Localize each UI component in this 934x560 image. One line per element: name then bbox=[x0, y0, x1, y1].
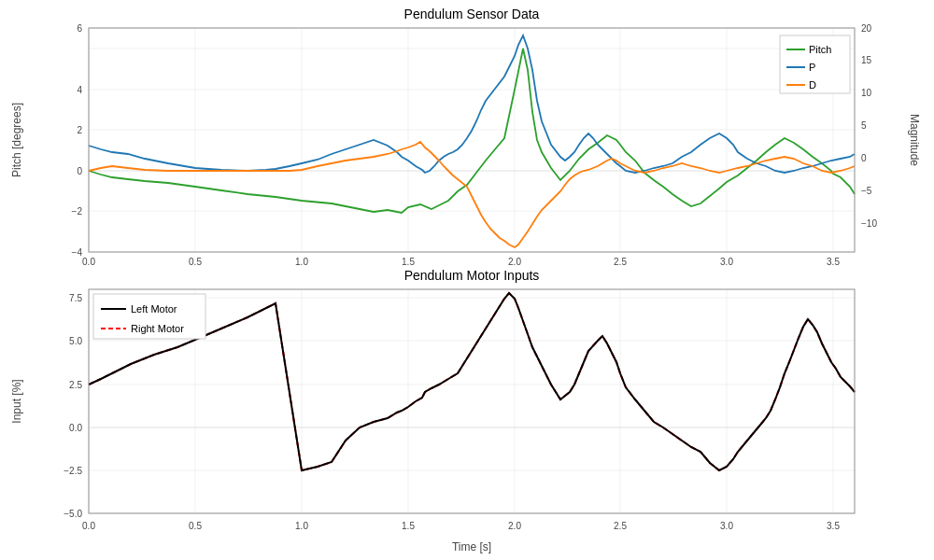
x-tick-2.0-bot: 2.0 bbox=[508, 521, 521, 531]
y-tick-7.5: 7.5 bbox=[69, 293, 82, 303]
x-tick-3.0-bot: 3.0 bbox=[720, 521, 733, 531]
y-left-tick-4: 4 bbox=[77, 85, 82, 95]
legend-p-label: P bbox=[809, 62, 815, 73]
y-tick-0.0: 0.0 bbox=[69, 423, 82, 433]
x-tick-2.5-bot: 2.5 bbox=[614, 521, 627, 531]
x-tick-0.0-bot: 0.0 bbox=[82, 521, 95, 531]
y-right-label: Magnitude bbox=[908, 114, 921, 166]
legend-left-motor-label: Left Motor bbox=[131, 303, 177, 315]
x-tick-3.5-top: 3.5 bbox=[827, 257, 840, 267]
top-chart-title: Pendulum Sensor Data bbox=[404, 7, 540, 21]
x-tick-0.5-bot: 0.5 bbox=[189, 521, 202, 531]
y-right-tick-10: 10 bbox=[861, 88, 872, 98]
y-left-tick-n4: −4 bbox=[72, 247, 83, 258]
y-tick-n5.0: −5.0 bbox=[64, 509, 82, 519]
y-right-tick-n10: −10 bbox=[861, 218, 877, 229]
chart-container: Pendulum Sensor Data 6 4 2 0 −2 −4 Pitch… bbox=[0, 0, 934, 560]
y-right-tick-15: 15 bbox=[861, 55, 872, 65]
y-left-tick-n2: −2 bbox=[72, 206, 83, 217]
legend-pitch-label: Pitch bbox=[809, 44, 831, 55]
bottom-chart-title: Pendulum Motor Inputs bbox=[404, 268, 540, 283]
legend-right-motor-label: Right Motor bbox=[131, 323, 184, 334]
x-tick-1.5-top: 1.5 bbox=[402, 257, 415, 267]
y-bottom-label: Input [%] bbox=[10, 379, 23, 423]
y-right-tick-0: 0 bbox=[861, 153, 867, 163]
y-left-tick-6: 6 bbox=[77, 23, 82, 34]
x-tick-2.5-top: 2.5 bbox=[614, 257, 627, 267]
y-left-label: Pitch [degrees] bbox=[10, 103, 23, 177]
y-tick-5.0: 5.0 bbox=[69, 336, 82, 346]
y-tick-n2.5: −2.5 bbox=[64, 466, 82, 476]
x-tick-1.0-top: 1.0 bbox=[295, 257, 308, 267]
y-right-tick-n5: −5 bbox=[861, 186, 872, 196]
x-tick-1.0-bot: 1.0 bbox=[295, 521, 308, 531]
y-tick-2.5: 2.5 bbox=[69, 380, 82, 390]
x-tick-0.0-top: 0.0 bbox=[82, 257, 95, 267]
svg-rect-1 bbox=[89, 28, 855, 252]
y-right-tick-20: 20 bbox=[861, 23, 872, 34]
x-tick-2.0-top: 2.0 bbox=[508, 257, 521, 267]
x-tick-1.5-bot: 1.5 bbox=[402, 521, 415, 531]
x-axis-label: Time [s] bbox=[452, 540, 491, 553]
y-left-tick-0: 0 bbox=[77, 166, 82, 176]
x-tick-0.5-top: 0.5 bbox=[189, 257, 202, 267]
y-left-tick-2: 2 bbox=[77, 125, 82, 135]
y-right-tick-5: 5 bbox=[861, 120, 867, 131]
x-tick-3.0-top: 3.0 bbox=[720, 257, 733, 267]
legend-d-label: D bbox=[809, 79, 816, 91]
x-tick-3.5-bot: 3.5 bbox=[827, 521, 840, 531]
